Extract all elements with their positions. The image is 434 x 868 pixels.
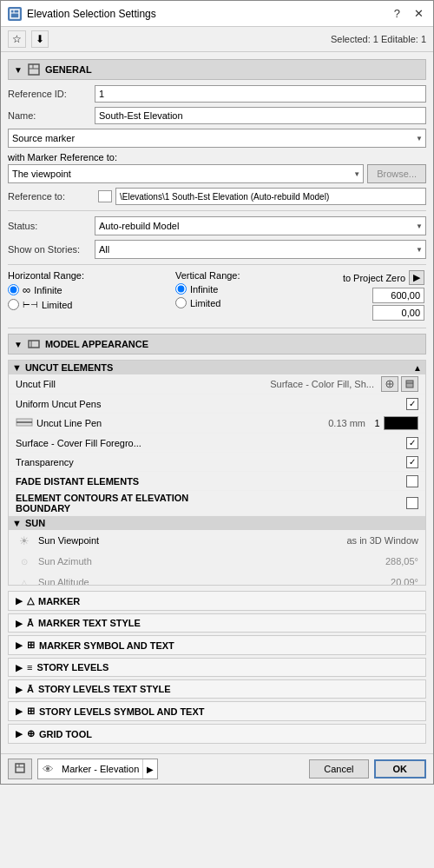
marker-section-header[interactable]: ▶ △ MARKER [9,592,425,610]
story-levels-symbol-text-header[interactable]: ▶ ⊞ STORY LEVELS SYMBOL AND TEXT [9,702,425,720]
general-section-header[interactable]: ▼ GENERAL [8,59,426,80]
fade-distant-row: FADE DISTANT ELEMENTS [9,472,425,491]
reference-path-input[interactable] [115,188,426,205]
main-window: Elevation Selection Settings ? ✕ ☆ ⬇ Sel… [0,0,434,785]
model-appearance-icon [27,337,41,351]
show-stories-select[interactable]: All [95,240,426,259]
sun-azimuth-label: Sun Azimuth [38,556,380,567]
h-infinite-icon: ∞ [23,283,30,296]
status-select[interactable]: Auto-rebuild Model [95,216,426,235]
horizontal-limited-label: Limited [42,300,72,310]
vertical-range-col: Vertical Range: Infinite Limited [175,270,334,321]
vertical-infinite-row: Infinite [175,283,334,295]
uncut-line-pen-icon [16,415,33,431]
element-contours-checkbox[interactable] [406,497,418,509]
horizontal-infinite-radio[interactable] [8,284,19,295]
general-collapse-arrow: ▼ [14,65,23,75]
sun-viewpoint-row: ☀ Sun Viewpoint as in 3D Window [9,530,425,551]
surface-btn-1[interactable] [381,376,398,392]
marker-dropdown[interactable]: 👁 Marker - Elevation ▶ [37,759,158,779]
story-levels-symbol-text-section: ▶ ⊞ STORY LEVELS SYMBOL AND TEXT [8,701,426,721]
vertical-limited-radio[interactable] [175,297,187,308]
svg-rect-15 [16,764,24,772]
marker-collapse-arrow: ▶ [16,596,23,606]
surface-cover-checkbox[interactable]: ✓ [406,437,418,449]
status-select-wrapper: Auto-rebuild Model [95,216,426,235]
marker-symbol-text-header[interactable]: ▶ ⊞ MARKER SYMBOL AND TEXT [9,636,425,654]
bottom-left: 👁 Marker - Elevation ▶ [8,759,158,779]
story-levels-header[interactable]: ▶ ≡ STORY LEVELS [9,659,425,676]
vertical-limited-label: Limited [190,298,220,308]
fade-distant-checkbox[interactable] [406,475,418,487]
uncut-fill-value: Surface - Color Fill, Sh... [270,379,374,389]
story-levels-symbol-icon: ⊞ [27,706,35,717]
uncut-line-pen-value: 0.13 mm [328,418,365,428]
toolbar-row: ☆ ⬇ Selected: 1 Editable: 1 [1,27,433,52]
ranges-section: Horizontal Range: ∞ Infinite ⊢⊣ Limited … [8,270,426,321]
vertical-infinite-radio[interactable] [175,283,187,295]
vertical-infinite-label: Infinite [190,284,218,295]
marker-text-style-label: MARKER TEXT STYLE [38,618,141,628]
with-marker-ref-row: with Marker Reference to: [8,152,426,162]
sun-altitude-row: △ Sun Altitude 20,09° [9,572,425,586]
arrow-button[interactable]: ⬇ [31,30,49,48]
viewpoint-select[interactable]: The viewpoint [8,164,364,183]
transparency-checkbox[interactable]: ✓ [406,456,418,468]
viewpoint-select-wrapper: The viewpoint [8,164,364,183]
sun-viewpoint-label: Sun Viewpoint [38,535,341,546]
h-limited-icon: ⊢⊣ [23,300,38,309]
general-section-icon [27,63,41,76]
to-project-zero-label: to Project Zero [343,273,405,283]
svg-rect-11 [406,381,413,388]
horizontal-infinite-label: Infinite [34,285,62,295]
uncut-line-pen-row: Uncut Line Pen 0.13 mm 1 [9,414,425,434]
arrow-icon: ⬇ [36,33,44,45]
name-label: Name: [8,110,95,121]
cancel-button[interactable]: Cancel [309,759,368,779]
browse-row: The viewpoint Browse... [8,164,426,183]
ok-button[interactable]: OK [374,759,427,779]
surface-cover-label: Surface - Cover Fill Foregro... [16,438,211,448]
uniform-uncut-pens-checkbox[interactable]: ✓ [406,398,418,410]
bottom-bar: 👁 Marker - Elevation ▶ Cancel OK [1,753,433,784]
eye-icon: 👁 [38,763,58,776]
range-value-2-input[interactable] [372,305,424,321]
model-appearance-scroll[interactable]: ▼ UNCUT ELEMENTS ▲ Uncut Fill Surface - … [8,360,426,586]
general-section-label: GENERAL [45,64,92,75]
settings-icon-button[interactable] [8,759,32,779]
reference-id-input[interactable] [95,85,426,103]
to-project-zero-button[interactable]: ▶ [409,270,424,285]
window-title: Elevation Selection Settings [27,8,156,20]
surface-btn-2[interactable] [401,376,418,392]
show-on-stories-label: Show on Stories: [8,244,95,255]
horizontal-limited-radio[interactable] [8,299,19,310]
story-levels-label: STORY LEVELS [36,662,108,673]
fade-distant-label: FADE DISTANT ELEMENTS [16,476,211,487]
marker-symbol-icon: ⊞ [27,639,35,651]
pen-color-box[interactable] [384,416,418,430]
marker-symbol-text-section: ▶ ⊞ MARKER SYMBOL AND TEXT [8,635,426,655]
close-button[interactable]: ✕ [411,7,426,20]
sun-azimuth-value: 288,05° [385,556,418,567]
help-button[interactable]: ? [391,7,403,20]
name-input[interactable] [95,107,426,124]
uncut-elements-header[interactable]: ▼ UNCUT ELEMENTS ▲ [9,361,425,374]
sun-section-header[interactable]: ▼ SUN [9,516,425,530]
sun-altitude-label: Sun Altitude [38,577,385,586]
grid-tool-section: ▶ ⊕ GRID TOOL [8,724,426,744]
uncut-fill-row: Uncut Fill Surface - Color Fill, Sh... [9,374,425,394]
svg-rect-0 [10,10,19,18]
model-appearance-header[interactable]: ▼ MODEL APPEARANCE [8,334,426,354]
reference-id-label: Reference ID: [8,89,95,99]
story-levels-text-icon: Ā [27,684,34,694]
marker-icon: △ [27,595,34,606]
source-marker-select[interactable]: Source marker [8,129,426,148]
vertical-limited-row: Limited [175,297,334,308]
star-button[interactable]: ☆ [8,30,26,48]
range-value-1-input[interactable] [372,288,424,303]
marker-text-style-header[interactable]: ▶ Ā MARKER TEXT STYLE [9,614,425,632]
grid-tool-header[interactable]: ▶ ⊕ GRID TOOL [9,725,425,743]
browse-button[interactable]: Browse... [367,164,426,183]
divider-2 [8,264,426,265]
story-levels-text-style-header[interactable]: ▶ Ā STORY LEVELS TEXT STYLE [9,680,425,698]
